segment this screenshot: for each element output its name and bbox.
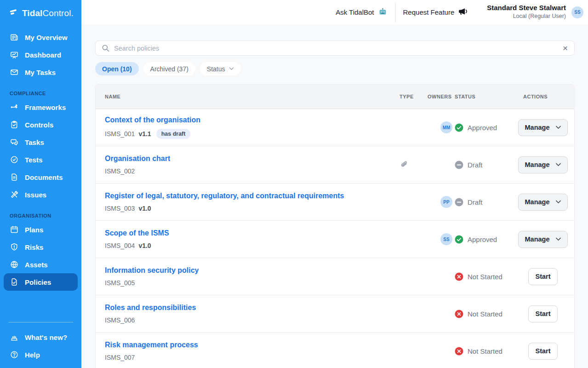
status-label: Not Started	[468, 273, 502, 281]
request-feature-button[interactable]: Request Feature	[403, 8, 468, 17]
policy-name-link[interactable]: Scope of the ISMS	[105, 229, 169, 237]
sidebar-item-frameworks[interactable]: Frameworks	[4, 98, 78, 116]
policy-owners-cell: SS	[428, 233, 455, 245]
filter-open-10[interactable]: Open (10)	[95, 62, 139, 75]
sidebar-item-controls[interactable]: Controls	[4, 116, 78, 133]
policy-id: ISMS_002	[105, 167, 135, 175]
sidebar-section-organisation: ORGANISATION	[10, 213, 81, 218]
policy-name-link[interactable]: Information security policy	[105, 266, 199, 275]
approved-check-icon	[455, 123, 463, 132]
search-bar: ×	[95, 40, 575, 56]
sidebar-item-label: Policies	[25, 278, 51, 286]
sidebar-item-plans[interactable]: Plans	[4, 221, 78, 238]
topbar: Ask TidalBot Request Feature Standard St…	[81, 0, 588, 24]
ask-tidalbot-button[interactable]: Ask TidalBot	[336, 7, 387, 17]
policy-owners-cell: PP	[428, 196, 455, 208]
controls-icon	[10, 120, 19, 129]
sidebar-item-issues[interactable]: Issues	[4, 186, 78, 203]
sidebar-item-help[interactable]: Help	[4, 346, 78, 363]
user-name: Standard Steve Stalwart	[487, 4, 566, 12]
chevron-down-icon	[555, 237, 561, 241]
sidebar-item-my-overview[interactable]: My Overview	[4, 29, 78, 46]
manage-button[interactable]: Manage	[518, 119, 568, 136]
chat-icon	[10, 138, 19, 147]
policy-meta: ISMS_002	[105, 167, 400, 175]
policies-icon	[10, 277, 19, 287]
manage-button[interactable]: Manage	[518, 156, 568, 173]
sidebar-item-risks[interactable]: Risks	[4, 238, 78, 256]
brand-logo[interactable]: TidalControl.	[0, 0, 81, 24]
policy-version: v1.0	[138, 242, 151, 249]
filter-chips: Open (10) Archived (37) Status	[95, 62, 575, 75]
column-header-actions: ACTIONS	[518, 94, 568, 99]
policy-actions-cell: Manage	[518, 194, 568, 211]
start-button[interactable]: Start	[528, 268, 558, 285]
status-label: Approved	[468, 236, 497, 243]
start-button[interactable]: Start	[528, 305, 558, 322]
sidebar-item-label: Plans	[25, 226, 44, 234]
policy-name-cell: Organisation chart ISMS_002	[105, 155, 400, 175]
sidebar-item-assets[interactable]: Assets	[4, 256, 78, 273]
sidebar-item-tests[interactable]: Tests	[4, 151, 78, 168]
filter-archived-37[interactable]: Archived (37)	[143, 62, 195, 75]
sidebar-item-label: Tests	[25, 156, 43, 164]
sidebar-item-dashboard[interactable]: Dashboard	[4, 46, 78, 63]
policy-actions-cell: Manage	[518, 156, 568, 173]
sidebar-item-tasks[interactable]: Tasks	[4, 133, 78, 151]
sidebar-item-label: Assets	[25, 261, 48, 269]
assets-icon	[10, 260, 19, 269]
policy-name-link[interactable]: Context of the organisation	[105, 116, 200, 124]
sidebar-nav: My Overview Dashboard My TasksCOMPLIANCE…	[0, 29, 81, 291]
sidebar-item-what-s-new[interactable]: What's new?	[4, 328, 78, 346]
policy-status-cell: Draft	[455, 198, 518, 207]
policy-name-link[interactable]: Roles and responsibilities	[105, 304, 196, 312]
request-feature-label: Request Feature	[403, 8, 455, 16]
user-avatar[interactable]: SS	[571, 6, 583, 18]
filter-status[interactable]: Status	[200, 62, 241, 75]
manage-button[interactable]: Manage	[518, 194, 568, 211]
policy-name-cell: Information security policy ISMS_005	[105, 266, 400, 287]
policy-version: v1.0	[138, 205, 151, 212]
policy-row: Roles and responsibilities ISMS_006 Not …	[96, 295, 574, 333]
policy-name-link[interactable]: Risk management process	[105, 341, 198, 349]
policy-meta: ISMS_001 v1.1 has draft	[105, 129, 400, 139]
policy-status-cell: Not Started	[455, 272, 518, 281]
content-area: × Open (10) Archived (37) Status NAMETYP…	[81, 24, 588, 368]
column-header-type: TYPE	[400, 94, 428, 99]
sidebar-item-policies[interactable]: Policies	[4, 273, 78, 291]
policy-actions-cell: Manage	[518, 119, 568, 136]
user-menu[interactable]: Standard Steve Stalwart Local (Regular U…	[487, 4, 566, 20]
status-label: Not Started	[468, 310, 502, 318]
manage-button[interactable]: Manage	[518, 231, 568, 248]
policy-owners-cell: MM	[428, 121, 455, 133]
search-input[interactable]	[114, 45, 557, 52]
whats-new-icon	[10, 333, 19, 342]
app-root: TidalControl. My Overview Dashboard My T…	[0, 0, 588, 368]
policy-row: Context of the organisation ISMS_001 v1.…	[96, 109, 574, 146]
policy-row: Register of legal, statutory, regulatory…	[96, 184, 574, 221]
policy-status-cell: Not Started	[455, 310, 518, 318]
sidebar: TidalControl. My Overview Dashboard My T…	[0, 0, 81, 368]
policy-name-link[interactable]: Organisation chart	[105, 155, 170, 163]
policy-id: ISMS_007	[105, 354, 135, 361]
policy-actions-cell: Start	[518, 305, 568, 322]
column-header-status: STATUS	[455, 94, 518, 99]
close-icon[interactable]: ×	[562, 44, 569, 52]
policy-version: v1.1	[138, 130, 151, 138]
start-button[interactable]: Start	[528, 343, 558, 360]
search-icon	[102, 44, 109, 52]
policy-id: ISMS_004	[105, 242, 135, 249]
sidebar-item-my-tasks[interactable]: My Tasks	[4, 63, 78, 81]
status-label: Not Started	[468, 347, 502, 355]
table-body: Context of the organisation ISMS_001 v1.…	[96, 109, 574, 368]
table-header: NAMETYPEOWNERSSTATUSACTIONS	[96, 85, 574, 109]
policy-row: Risk management process ISMS_007 Not Sta…	[96, 333, 574, 368]
column-header-owners: OWNERS	[428, 94, 455, 99]
sidebar-item-documents[interactable]: Documents	[4, 168, 78, 186]
manage-label: Manage	[525, 124, 550, 131]
manage-label: Manage	[525, 236, 550, 243]
risks-icon	[10, 242, 19, 252]
policy-name-link[interactable]: Register of legal, statutory, regulatory…	[105, 192, 344, 200]
filter-label: Status	[207, 65, 225, 73]
owner-avatar: PP	[440, 196, 452, 208]
